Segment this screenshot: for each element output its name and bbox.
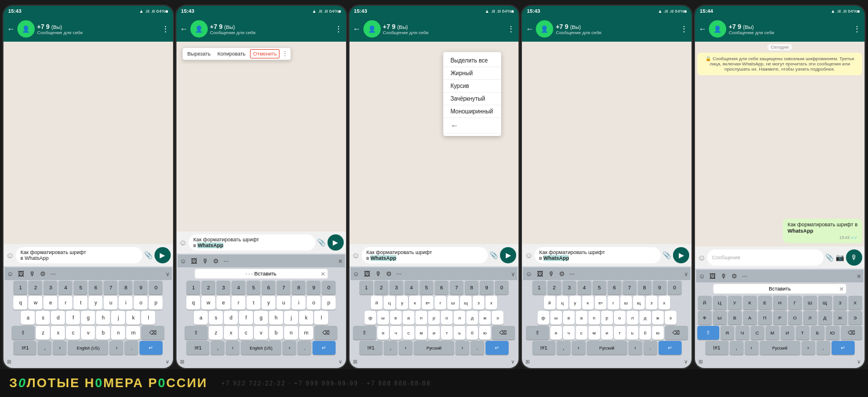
kb-key[interactable]: ч xyxy=(390,326,402,340)
kb-key[interactable]: s xyxy=(209,311,223,325)
kb-key[interactable]: x xyxy=(224,326,238,340)
kb-key[interactable]: 6 xyxy=(262,281,275,295)
kb-enter[interactable]: ↵ xyxy=(832,341,855,355)
kb-key[interactable]: р xyxy=(601,311,613,325)
kb-key[interactable]: 7 xyxy=(277,281,290,295)
menu-dots-5[interactable]: ⋮ xyxy=(853,24,861,34)
kb-key[interactable]: т xyxy=(441,326,453,340)
kb-key[interactable]: Ц xyxy=(713,296,727,310)
kb-key[interactable]: 1 xyxy=(186,281,200,295)
kb-key[interactable]: 0 xyxy=(495,281,509,295)
kb-key[interactable]: 4 xyxy=(58,281,72,295)
input-field-3[interactable]: Как форматировать шрифтв WhatsApp xyxy=(362,247,488,263)
kb-key[interactable]: с xyxy=(403,326,414,340)
kb-key[interactable]: й xyxy=(371,296,382,310)
kb-key[interactable]: 6 xyxy=(89,281,102,295)
kb-enter[interactable]: ↵ xyxy=(312,341,336,355)
format-back-arrow[interactable]: ← xyxy=(443,118,501,134)
kb-key[interactable]: s xyxy=(36,311,50,325)
kb-key[interactable]: й xyxy=(544,296,556,310)
keyboard-1[interactable]: ☺ 🖼 🎙 ⚙ ··· ∨ 1 2 3 4 5 6 7 8 xyxy=(3,266,173,368)
kb-key[interactable]: 2 xyxy=(547,281,561,295)
emoji-icon-4[interactable]: ☺ xyxy=(525,270,532,277)
emoji-btn-4[interactable]: ☺ xyxy=(524,251,532,260)
kb-period[interactable]: . xyxy=(124,341,138,355)
kb-key[interactable]: f xyxy=(66,311,80,325)
kb-space[interactable]: Русский xyxy=(414,341,454,355)
kb-key[interactable]: Ч xyxy=(735,326,749,340)
kb-key[interactable]: r xyxy=(58,296,72,310)
kb-special[interactable]: !#1 xyxy=(186,341,209,355)
kb-key[interactable]: n xyxy=(111,326,125,340)
kb-key[interactable]: К xyxy=(743,296,757,310)
kb-key[interactable]: z xyxy=(209,326,223,340)
kb-key[interactable]: 9 xyxy=(134,281,148,295)
kb-key[interactable]: v xyxy=(81,326,95,340)
menu-dots-3[interactable]: ⋮ xyxy=(507,24,515,34)
send-btn-4[interactable]: ▶ xyxy=(673,247,689,263)
kb-key[interactable]: Э xyxy=(848,311,862,325)
kb-prev-lang[interactable]: ‹ xyxy=(572,341,586,355)
sticker-icon-3[interactable]: 🖼 xyxy=(364,270,370,277)
kb-down-icon2[interactable]: ∨ xyxy=(339,359,343,365)
kb-next-lang[interactable]: › xyxy=(109,341,123,355)
attach-btn-5[interactable]: 📎 xyxy=(825,253,834,262)
kb-key[interactable]: в xyxy=(563,311,575,325)
kb-special[interactable]: !#1 xyxy=(532,341,556,355)
kb-key[interactable]: f xyxy=(239,311,253,325)
attach-btn-1[interactable]: 📎 xyxy=(144,251,153,259)
kb-special[interactable]: !#1 xyxy=(13,341,36,355)
kb-key[interactable]: У xyxy=(728,296,742,310)
mic-btn-5[interactable]: 🎙 xyxy=(846,249,862,266)
kb-key[interactable]: 4 xyxy=(578,281,591,295)
back-button-4[interactable]: ← xyxy=(525,24,534,34)
kb-down-icon3[interactable]: ∨ xyxy=(511,359,515,365)
input-field-4[interactable]: Как форматировать шрифтв WhatsApp xyxy=(535,247,661,263)
keyboard-5[interactable]: ☺ 🖼 🎙 ⚙ ··· ✕ Вставить ✕ ЙЦУКЕНГШЩЗХ ФЫВ… xyxy=(695,269,865,368)
kb-key[interactable]: б xyxy=(466,326,478,340)
kb-key[interactable]: Х xyxy=(848,296,862,310)
kb-backspace[interactable]: ⌫ xyxy=(492,326,515,340)
back-button-1[interactable]: ← xyxy=(7,24,15,34)
keyboard-hide-5[interactable]: ✕ xyxy=(856,273,861,280)
kb-prev-lang[interactable]: ‹ xyxy=(53,341,67,355)
kb-key[interactable]: w xyxy=(28,296,42,310)
kb-key[interactable]: j xyxy=(284,311,298,325)
input-field-5[interactable]: Сообщение xyxy=(707,249,823,266)
paste-close-5[interactable]: ✕ xyxy=(839,286,844,292)
kb-key[interactable]: e xyxy=(43,296,57,310)
kb-key[interactable]: p xyxy=(149,296,163,310)
kb-key[interactable]: 2 xyxy=(374,281,388,295)
kb-key[interactable]: ь xyxy=(627,326,638,340)
kb-key[interactable]: Н xyxy=(773,296,787,310)
camera-btn-5[interactable]: 📷 xyxy=(836,253,844,262)
kb-key[interactable]: 9 xyxy=(653,281,667,295)
sticker-icon-5[interactable]: 🖼 xyxy=(709,273,716,280)
kb-key[interactable]: 8 xyxy=(465,281,479,295)
kb-key[interactable]: 4 xyxy=(404,281,418,295)
kb-prev-lang[interactable]: ‹ xyxy=(399,341,413,355)
kb-key[interactable]: Ж xyxy=(833,311,847,325)
kb-backspace[interactable]: ⌫ xyxy=(141,326,164,340)
kb-key[interactable]: i xyxy=(119,296,133,310)
toolbar-cancel[interactable]: Отменить xyxy=(250,49,279,58)
kb-key[interactable]: и xyxy=(601,326,613,340)
kb-key[interactable]: 5 xyxy=(247,281,260,295)
settings-icon-4[interactable]: ⚙ xyxy=(559,270,565,278)
kb-key[interactable]: Т xyxy=(796,326,810,340)
kb-key[interactable]: 0 xyxy=(322,281,336,295)
menu-dots-2[interactable]: ⋮ xyxy=(334,24,343,34)
kb-key[interactable]: g xyxy=(81,311,95,325)
kb-next-lang[interactable]: › xyxy=(628,341,642,355)
kb-key[interactable]: u xyxy=(104,296,117,310)
kb-key[interactable]: 6 xyxy=(608,281,621,295)
keyboard-2[interactable]: ☺ 🖼 🎙 ⚙ ··· ✕ · · · Вставить ✕ 123456789… xyxy=(176,253,346,368)
kb-key[interactable]: Й xyxy=(698,296,712,310)
kb-key[interactable]: e xyxy=(216,296,230,310)
keyboard-hide-1[interactable]: ∨ xyxy=(165,271,170,277)
emoji-btn-2[interactable]: ☺ xyxy=(179,238,187,247)
kb-prev-lang[interactable]: ‹ xyxy=(745,341,759,355)
format-strikethrough[interactable]: Зачёркнутый xyxy=(443,93,501,105)
kb-key[interactable]: 1 xyxy=(532,281,546,295)
kb-key[interactable]: 6 xyxy=(435,281,448,295)
